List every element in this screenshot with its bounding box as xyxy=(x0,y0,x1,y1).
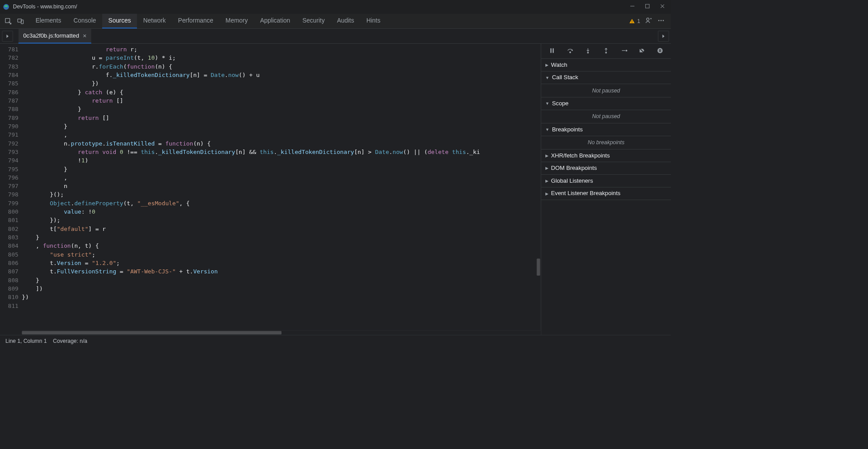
disclosure-triangle-icon: ▶ xyxy=(545,166,548,171)
tab-performance[interactable]: Performance xyxy=(172,14,219,28)
disclosure-triangle-icon: ▶ xyxy=(545,179,548,184)
svg-point-11 xyxy=(659,20,660,21)
section-body: Not paused xyxy=(541,84,671,97)
tab-console[interactable]: Console xyxy=(67,14,102,28)
section-body: Not paused xyxy=(541,110,671,123)
pause-on-exceptions-icon[interactable] xyxy=(656,47,663,55)
panel-tabs: ElementsConsoleSourcesNetworkPerformance… xyxy=(29,14,386,28)
svg-rect-22 xyxy=(659,49,660,52)
device-toolbar-icon[interactable] xyxy=(14,15,27,27)
svg-point-19 xyxy=(626,50,627,51)
file-tab[interactable]: 0c3a2f0b.js:formatted ✕ xyxy=(19,29,91,43)
devtools-logo-icon xyxy=(3,4,9,10)
window-titlebar: DevTools - www.bing.com/ xyxy=(0,0,671,14)
section-dom-breakpoints[interactable]: ▶DOM Breakpoints xyxy=(541,162,671,175)
show-navigator-icon[interactable] xyxy=(2,31,13,42)
section-label: Global Listeners xyxy=(551,177,593,184)
disclosure-triangle-icon: ▼ xyxy=(545,75,549,80)
svg-rect-14 xyxy=(551,48,552,53)
warnings-count: 1 xyxy=(637,18,640,24)
disclosure-triangle-icon: ▶ xyxy=(545,153,548,158)
devtools-toolbar: ElementsConsoleSourcesNetworkPerformance… xyxy=(0,14,671,29)
section-breakpoints[interactable]: ▼Breakpoints xyxy=(541,123,671,136)
section-global-listeners[interactable]: ▶Global Listeners xyxy=(541,175,671,188)
svg-point-13 xyxy=(662,20,664,21)
tab-memory[interactable]: Memory xyxy=(219,14,254,28)
cursor-position: Line 1, Column 1 xyxy=(5,338,47,344)
window-title: DevTools - www.bing.com/ xyxy=(13,4,77,10)
svg-point-18 xyxy=(605,52,607,54)
tab-hints[interactable]: Hints xyxy=(360,14,387,28)
feedback-icon[interactable] xyxy=(645,17,652,25)
debugger-toolbar xyxy=(541,44,671,59)
svg-rect-8 xyxy=(632,20,632,22)
status-bar: Line 1, Column 1 Coverage: n/a xyxy=(0,335,671,347)
show-debugger-icon[interactable] xyxy=(658,31,669,42)
svg-point-21 xyxy=(657,48,662,54)
section-scope[interactable]: ▼Scope xyxy=(541,97,671,110)
section-label: XHR/fetch Breakpoints xyxy=(551,152,610,159)
tab-application[interactable]: Application xyxy=(254,14,297,28)
coverage-status: Coverage: n/a xyxy=(53,338,88,344)
tab-elements[interactable]: Elements xyxy=(29,14,67,28)
file-tab-label: 0c3a2f0b.js:formatted xyxy=(23,32,79,39)
disclosure-triangle-icon: ▼ xyxy=(545,101,549,106)
svg-rect-23 xyxy=(660,49,661,52)
maximize-icon[interactable] xyxy=(645,4,650,10)
section-xhr-fetch-breakpoints[interactable]: ▶XHR/fetch Breakpoints xyxy=(541,150,671,162)
warnings-badge[interactable]: 1 xyxy=(629,18,640,24)
close-tab-icon[interactable]: ✕ xyxy=(83,33,87,38)
disclosure-triangle-icon: ▶ xyxy=(545,191,548,196)
close-icon[interactable] xyxy=(660,4,665,10)
sources-tabbar: 0c3a2f0b.js:formatted ✕ xyxy=(0,29,671,44)
tab-audits[interactable]: Audits xyxy=(331,14,361,28)
step-into-icon[interactable] xyxy=(585,47,591,55)
section-label: Event Listener Breakpoints xyxy=(551,190,621,197)
inspect-element-icon[interactable] xyxy=(2,15,15,27)
code-editor[interactable]: 7817827837847857867877887897907917927937… xyxy=(0,44,541,335)
section-watch[interactable]: ▶Watch xyxy=(541,59,671,72)
section-body: No breakpoints xyxy=(541,136,671,150)
vertical-scrollbar[interactable] xyxy=(536,44,541,330)
deactivate-breakpoints-icon[interactable] xyxy=(639,47,645,55)
minimize-icon[interactable] xyxy=(630,4,635,10)
step-icon[interactable] xyxy=(621,47,627,55)
svg-point-12 xyxy=(660,20,662,21)
section-label: Breakpoints xyxy=(552,126,582,133)
code-content[interactable]: return r; u = parseInt(t, 10) * i; r.for… xyxy=(22,44,541,335)
svg-rect-2 xyxy=(646,4,650,8)
section-event-listener-breakpoints[interactable]: ▶Event Listener Breakpoints xyxy=(541,188,671,200)
section-label: Watch xyxy=(551,61,567,68)
svg-point-16 xyxy=(570,52,571,53)
debugger-sidebar: ▶Watch▼Call StackNot paused▼ScopeNot pau… xyxy=(541,44,671,335)
more-options-icon[interactable] xyxy=(657,17,665,25)
section-label: Scope xyxy=(552,100,568,107)
svg-rect-9 xyxy=(632,22,632,23)
svg-rect-15 xyxy=(553,48,554,53)
svg-point-17 xyxy=(587,52,589,54)
pause-icon[interactable] xyxy=(549,47,556,55)
tab-security[interactable]: Security xyxy=(296,14,331,28)
section-call-stack[interactable]: ▼Call Stack xyxy=(541,72,671,84)
tab-network[interactable]: Network xyxy=(137,14,172,28)
step-out-icon[interactable] xyxy=(603,47,609,55)
disclosure-triangle-icon: ▶ xyxy=(545,62,548,67)
svg-point-10 xyxy=(647,18,649,21)
disclosure-triangle-icon: ▼ xyxy=(545,127,549,132)
section-label: Call Stack xyxy=(552,74,578,81)
tab-sources[interactable]: Sources xyxy=(102,14,137,28)
horizontal-scrollbar[interactable] xyxy=(22,330,541,335)
line-gutter: 7817827837847857867877887897907917927937… xyxy=(0,44,22,335)
section-label: DOM Breakpoints xyxy=(551,165,597,172)
step-over-icon[interactable] xyxy=(567,47,573,55)
